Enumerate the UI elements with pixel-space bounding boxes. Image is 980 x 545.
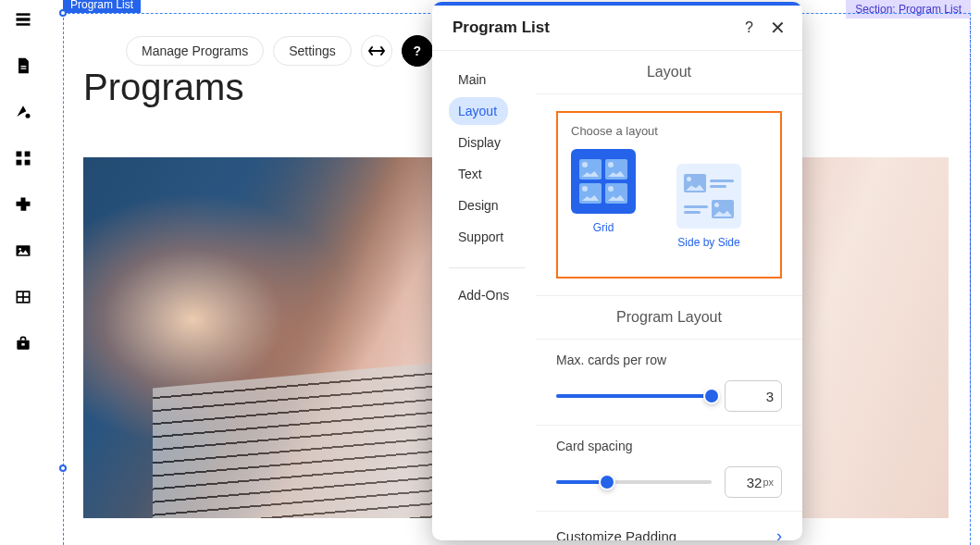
svg-rect-15 [18, 298, 22, 302]
help-icon[interactable]: ? [402, 35, 433, 67]
panel-help-icon[interactable]: ? [745, 19, 753, 36]
settings-panel: Program List ? ✕ Main Layout Display Tex… [432, 2, 802, 540]
element-toolbar: Manage Programs Settings ? [126, 35, 433, 67]
card-spacing-slider[interactable] [556, 480, 712, 484]
card-spacing-label: Card spacing [556, 439, 782, 453]
max-cards-field: Max. cards per row 3 [536, 340, 802, 426]
settings-button[interactable]: Settings [273, 36, 352, 66]
svg-rect-16 [24, 298, 29, 302]
addons-icon[interactable] [13, 194, 33, 215]
layout-option-label: Side by Side [677, 236, 739, 249]
sections-icon[interactable] [13, 9, 33, 30]
customize-padding-row[interactable]: Customize Padding › [536, 512, 802, 540]
svg-point-11 [19, 248, 21, 251]
theme-icon[interactable] [13, 102, 33, 122]
page-title: Programs [83, 67, 243, 108]
svg-rect-14 [24, 292, 29, 296]
selection-handle[interactable] [59, 9, 67, 17]
business-icon[interactable] [13, 333, 33, 353]
panel-header: Program List ? ✕ [432, 6, 802, 51]
layout-option-sidebyside[interactable]: Side by Side [649, 149, 752, 264]
panel-content: Layout Choose a layout Grid [536, 51, 802, 540]
apps-icon[interactable] [13, 148, 33, 168]
data-icon[interactable] [13, 287, 33, 307]
sidebar-item-text[interactable]: Text [449, 160, 493, 188]
panel-title: Program List [453, 19, 550, 37]
svg-rect-0 [17, 13, 31, 16]
svg-point-5 [26, 114, 31, 118]
media-icon[interactable] [13, 241, 33, 261]
selection-tag[interactable]: Program List [63, 0, 141, 13]
svg-rect-6 [17, 152, 22, 157]
close-icon[interactable]: ✕ [770, 21, 786, 34]
layout-option-label: Grid [593, 221, 614, 234]
sidebar-item-support[interactable]: Support [449, 223, 515, 251]
svg-rect-2 [17, 23, 31, 25]
max-cards-slider[interactable] [556, 394, 712, 398]
sidebyside-thumbnail-icon [676, 164, 741, 229]
max-cards-label: Max. cards per row [556, 353, 782, 367]
svg-rect-1 [17, 18, 31, 20]
choose-layout-box: Choose a layout Grid [556, 111, 782, 279]
svg-rect-7 [25, 152, 31, 157]
sidebar-item-display[interactable]: Display [449, 129, 512, 156]
page-icon[interactable] [13, 56, 33, 76]
customize-padding-label: Customize Padding [556, 528, 676, 540]
svg-rect-9 [25, 160, 31, 166]
sidebar-item-layout[interactable]: Layout [449, 97, 508, 125]
card-spacing-field: Card spacing 32px [536, 426, 802, 512]
layout-section-title: Layout [536, 51, 802, 94]
sidebar-item-design[interactable]: Design [449, 192, 510, 219]
panel-sidebar: Main Layout Display Text Design Support … [432, 51, 536, 540]
svg-rect-8 [17, 160, 22, 166]
chevron-right-icon: › [776, 526, 782, 540]
svg-rect-4 [21, 68, 27, 69]
choose-layout-label: Choose a layout [571, 124, 767, 138]
stretch-icon[interactable] [361, 35, 392, 67]
sidebar-item-main[interactable]: Main [449, 66, 497, 93]
svg-rect-13 [18, 292, 22, 296]
svg-rect-3 [21, 66, 27, 67]
sidebar-divider [449, 267, 525, 268]
left-rail [0, 0, 46, 545]
layout-option-grid[interactable]: Grid [571, 149, 636, 264]
sidebar-item-addons[interactable]: Add-Ons [449, 281, 520, 309]
grid-thumbnail-icon [571, 149, 636, 214]
svg-rect-18 [21, 343, 24, 346]
card-spacing-input[interactable]: 32px [725, 466, 782, 498]
program-layout-section-title: Program Layout [536, 295, 802, 340]
manage-programs-button[interactable]: Manage Programs [126, 36, 264, 66]
max-cards-input[interactable]: 3 [725, 380, 782, 412]
selection-handle[interactable] [59, 464, 67, 472]
